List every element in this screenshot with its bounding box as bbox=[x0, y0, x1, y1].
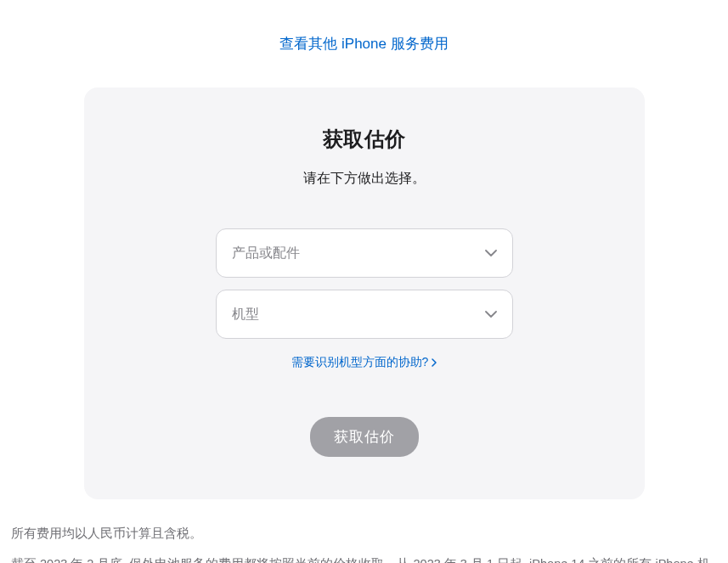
identify-model-help-link[interactable]: 需要识别机型方面的协助? bbox=[291, 355, 437, 370]
estimate-card: 获取估价 请在下方做出选择。 产品或配件 机型 需要识别机型方面的协助? bbox=[84, 87, 645, 499]
help-link-label: 需要识别机型方面的协助? bbox=[291, 355, 429, 370]
chevron-down-icon bbox=[485, 311, 497, 318]
footer-line2: 截至 2023 年 2 月底, 保外电池服务的费用都将按照当前的价格收取。从 2… bbox=[11, 551, 717, 563]
card-title: 获取估价 bbox=[110, 126, 619, 153]
model-select[interactable]: 机型 bbox=[216, 290, 513, 339]
product-select[interactable]: 产品或配件 bbox=[216, 228, 513, 278]
get-estimate-button[interactable]: 获取估价 bbox=[310, 417, 419, 457]
see-other-fees-link[interactable]: 查看其他 iPhone 服务费用 bbox=[8, 34, 720, 53]
card-subtitle: 请在下方做出选择。 bbox=[110, 170, 619, 188]
footer-line1: 所有费用均以人民币计算且含税。 bbox=[11, 521, 717, 546]
footer-notes: 所有费用均以人民币计算且含税。 截至 2023 年 2 月底, 保外电池服务的费… bbox=[8, 521, 720, 563]
product-select-placeholder: 产品或配件 bbox=[232, 245, 300, 262]
chevron-right-icon bbox=[432, 358, 437, 367]
chevron-down-icon bbox=[485, 250, 497, 256]
model-select-placeholder: 机型 bbox=[232, 306, 259, 324]
